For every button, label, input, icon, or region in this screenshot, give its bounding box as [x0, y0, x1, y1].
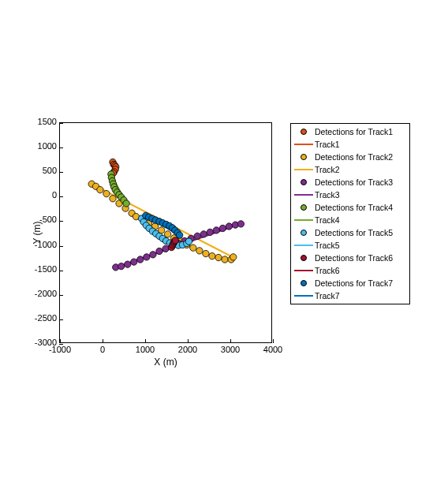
legend-label: Detections for Track5 — [315, 228, 408, 237]
detection-marker — [123, 200, 129, 207]
detection-marker — [131, 259, 137, 265]
detection-marker — [110, 196, 116, 202]
detection-marker — [150, 252, 156, 258]
detection-marker — [207, 229, 213, 235]
plot-svg — [60, 123, 271, 342]
xtick-mark — [230, 339, 231, 343]
ytick-mark — [59, 196, 63, 197]
detection-marker — [222, 256, 228, 263]
legend-item: Detections for Track5 — [293, 226, 408, 239]
legend-item: Track3 — [293, 189, 408, 201]
legend-label: Detections for Track6 — [315, 253, 408, 263]
detection-marker — [196, 248, 203, 254]
legend-line-icon — [293, 144, 315, 145]
detection-marker — [125, 261, 131, 267]
x-axis-label: X (m) — [154, 357, 177, 368]
ytick-mark — [59, 295, 63, 296]
legend-line-icon — [293, 194, 315, 196]
legend-label: Track1 — [315, 140, 408, 149]
detection-marker — [200, 231, 207, 237]
xtick-label: 4000 — [263, 345, 282, 354]
detection-marker — [118, 263, 125, 269]
detection-marker — [103, 190, 110, 196]
detection-marker — [203, 250, 209, 256]
y-axis-label: Y (m) — [32, 221, 43, 244]
legend-item: Detections for Track3 — [293, 176, 408, 189]
legend-line-icon — [293, 219, 315, 221]
detection-marker — [215, 254, 222, 260]
ytick-mark — [59, 319, 63, 320]
legend-label: Track5 — [315, 241, 408, 250]
detection-marker — [190, 245, 196, 251]
xtick-label: 1000 — [136, 345, 155, 354]
legend-label: Detections for Track3 — [315, 177, 408, 187]
ytick-mark — [59, 148, 63, 148]
detection-marker — [137, 256, 144, 263]
detection-marker — [194, 233, 200, 239]
legend-label: Track7 — [315, 291, 408, 301]
legend-label: Detections for Track7 — [315, 278, 408, 288]
xtick-mark — [60, 339, 61, 343]
detection-marker — [144, 254, 150, 260]
legend-label: Detections for Track2 — [315, 152, 408, 162]
legend-item: Detections for Track6 — [293, 252, 408, 264]
legend-item: Detections for Track4 — [293, 201, 408, 214]
legend: Detections for Track1Track1Detections fo… — [290, 123, 410, 304]
legend-line-icon — [293, 245, 315, 246]
legend-item: Track1 — [293, 138, 408, 151]
legend-marker-icon — [293, 255, 315, 261]
legend-item: Track2 — [293, 163, 408, 176]
ytick-label: -2500 — [35, 313, 57, 323]
ytick-mark — [59, 172, 63, 173]
xtick-label: 2000 — [178, 345, 197, 354]
ytick-label: -1500 — [35, 264, 57, 274]
xtick-label: 3000 — [221, 345, 240, 354]
detection-marker — [177, 232, 183, 238]
legend-line-icon — [293, 270, 315, 271]
detection-marker — [213, 227, 219, 233]
legend-item: Track4 — [293, 214, 408, 226]
legend-item: Track7 — [293, 289, 408, 302]
ytick-mark — [59, 271, 63, 271]
legend-label: Track2 — [315, 165, 408, 174]
detection-marker — [156, 248, 162, 254]
detection-marker — [209, 252, 215, 259]
xtick-mark — [103, 339, 103, 343]
figure: -100001000200030004000 -3000-2500-2000-1… — [0, 0, 448, 478]
ytick-label: 500 — [43, 166, 57, 175]
legend-label: Track3 — [315, 190, 408, 200]
legend-marker-icon — [293, 154, 315, 160]
legend-marker-icon — [293, 280, 315, 286]
detection-marker — [237, 221, 244, 227]
legend-label: Track6 — [315, 266, 408, 275]
ytick-mark — [59, 246, 63, 247]
legend-line-icon — [293, 295, 315, 297]
detection-marker — [185, 238, 192, 245]
ytick-label: 0 — [52, 190, 57, 200]
legend-line-icon — [293, 169, 315, 170]
ytick-mark — [59, 123, 63, 124]
legend-marker-icon — [293, 204, 315, 211]
ytick-label: 1500 — [38, 117, 57, 126]
detection-marker — [172, 237, 178, 244]
legend-item: Detections for Track7 — [293, 277, 408, 289]
detection-marker — [219, 225, 226, 231]
legend-label: Detections for Track4 — [315, 203, 408, 212]
ytick-mark — [59, 344, 63, 345]
detection-marker — [230, 254, 237, 260]
axes: -100001000200030004000 -3000-2500-2000-1… — [59, 122, 272, 343]
legend-marker-icon — [293, 230, 315, 236]
detection-marker — [97, 186, 103, 192]
xtick-mark — [273, 339, 274, 343]
xtick-label: 0 — [100, 345, 105, 354]
legend-item: Detections for Track2 — [293, 151, 408, 163]
legend-marker-icon — [293, 129, 315, 135]
legend-label: Track4 — [315, 215, 408, 225]
legend-item: Detections for Track1 — [293, 125, 408, 138]
ytick-mark — [59, 221, 63, 222]
legend-item: Track5 — [293, 239, 408, 252]
ytick-label: -3000 — [35, 338, 57, 347]
legend-marker-icon — [293, 179, 315, 185]
legend-label: Detections for Track1 — [315, 127, 408, 136]
xtick-mark — [188, 339, 189, 343]
